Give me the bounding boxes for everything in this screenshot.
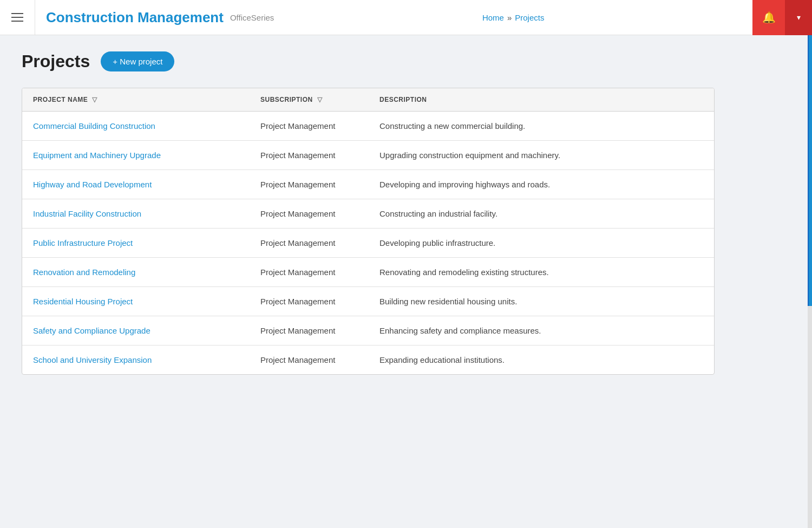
user-dropdown-button[interactable]: ▾ (785, 0, 812, 35)
project-name-link[interactable]: Commercial Building Construction (33, 121, 155, 131)
project-name-cell: Renovation and Remodeling (22, 258, 250, 287)
hamburger-icon (11, 13, 23, 22)
project-name-cell: Highway and Road Development (22, 170, 250, 199)
description-cell: Developing public infrastructure. (369, 229, 714, 258)
subscription-cell: Project Management (250, 229, 369, 258)
office-series-label: OfficeSeries (230, 13, 274, 22)
project-name-link[interactable]: Residential Housing Project (33, 297, 133, 306)
main-content: Projects + New project PROJECT NAME ▽ SU… (0, 35, 790, 391)
description-cell: Developing and improving highways and ro… (369, 170, 714, 199)
table-header: PROJECT NAME ▽ SUBSCRIPTION ▽ DESCRIPTIO… (22, 88, 714, 112)
col-description: DESCRIPTION (369, 88, 714, 112)
header-row: PROJECT NAME ▽ SUBSCRIPTION ▽ DESCRIPTIO… (22, 88, 714, 112)
description-cell: Constructing a new commercial building. (369, 112, 714, 141)
col-project-name: PROJECT NAME ▽ (22, 88, 250, 112)
table-row: Renovation and RemodelingProject Managem… (22, 258, 714, 287)
project-name-link[interactable]: Renovation and Remodeling (33, 268, 135, 277)
project-name-filter-icon[interactable]: ▽ (92, 96, 97, 103)
table-row: Residential Housing ProjectProject Manag… (22, 287, 714, 316)
description-cell: Upgrading construction equipment and mac… (369, 141, 714, 170)
hamburger-button[interactable] (0, 0, 35, 35)
description-cell: Building new residential housing units. (369, 287, 714, 316)
subscription-cell: Project Management (250, 170, 369, 199)
project-name-cell: Public Infrastructure Project (22, 229, 250, 258)
breadcrumb: Home » Projects (482, 13, 555, 22)
col-subscription: SUBSCRIPTION ▽ (250, 88, 369, 112)
notifications-button[interactable]: 🔔 (752, 0, 785, 35)
project-name-cell: Industrial Facility Construction (22, 199, 250, 229)
subscription-cell: Project Management (250, 346, 369, 375)
project-name-link[interactable]: Public Infrastructure Project (33, 238, 133, 247)
subscription-cell: Project Management (250, 199, 369, 229)
description-cell: Renovating and remodeling existing struc… (369, 258, 714, 287)
description-cell: Constructing an industrial facility. (369, 199, 714, 229)
table-row: Industrial Facility ConstructionProject … (22, 199, 714, 229)
breadcrumb-home[interactable]: Home (482, 13, 504, 22)
table-row: Safety and Compliance UpgradeProject Man… (22, 316, 714, 346)
subscription-cell: Project Management (250, 316, 369, 346)
subscription-cell: Project Management (250, 287, 369, 316)
table-body: Commercial Building ConstructionProject … (22, 112, 714, 375)
breadcrumb-separator: » (507, 13, 512, 22)
scrollbar[interactable] (808, 35, 812, 528)
project-name-cell: Safety and Compliance Upgrade (22, 316, 250, 346)
scrollbar-thumb (808, 35, 812, 306)
description-cell: Expanding educational institutions. (369, 346, 714, 375)
page-header: Projects + New project (22, 51, 769, 71)
projects-table: PROJECT NAME ▽ SUBSCRIPTION ▽ DESCRIPTIO… (22, 88, 714, 374)
header-actions: 🔔 ▾ (752, 0, 812, 35)
projects-table-container: PROJECT NAME ▽ SUBSCRIPTION ▽ DESCRIPTIO… (22, 88, 715, 375)
table-row: School and University ExpansionProject M… (22, 346, 714, 375)
project-name-link[interactable]: Equipment and Machinery Upgrade (33, 151, 161, 160)
app-title: Construction Management (46, 9, 224, 26)
table-row: Highway and Road DevelopmentProject Mana… (22, 170, 714, 199)
chevron-down-icon: ▾ (797, 13, 801, 22)
brand-area: Construction Management OfficeSeries (35, 9, 285, 26)
table-row: Equipment and Machinery UpgradeProject M… (22, 141, 714, 170)
subscription-cell: Project Management (250, 258, 369, 287)
new-project-button[interactable]: + New project (101, 51, 174, 71)
bell-icon: 🔔 (762, 11, 776, 24)
breadcrumb-current: Projects (515, 13, 544, 22)
subscription-cell: Project Management (250, 141, 369, 170)
subscription-cell: Project Management (250, 112, 369, 141)
project-name-link[interactable]: School and University Expansion (33, 355, 152, 364)
project-name-link[interactable]: Safety and Compliance Upgrade (33, 326, 150, 335)
app-header: Construction Management OfficeSeries Hom… (0, 0, 812, 35)
project-name-cell: Equipment and Machinery Upgrade (22, 141, 250, 170)
description-cell: Enhancing safety and compliance measures… (369, 316, 714, 346)
project-name-cell: Residential Housing Project (22, 287, 250, 316)
subscription-filter-icon[interactable]: ▽ (317, 96, 323, 103)
table-row: Public Infrastructure ProjectProject Man… (22, 229, 714, 258)
table-row: Commercial Building ConstructionProject … (22, 112, 714, 141)
page-title: Projects (22, 51, 90, 71)
project-name-cell: School and University Expansion (22, 346, 250, 375)
project-name-link[interactable]: Highway and Road Development (33, 180, 152, 189)
project-name-cell: Commercial Building Construction (22, 112, 250, 141)
project-name-link[interactable]: Industrial Facility Construction (33, 209, 141, 218)
